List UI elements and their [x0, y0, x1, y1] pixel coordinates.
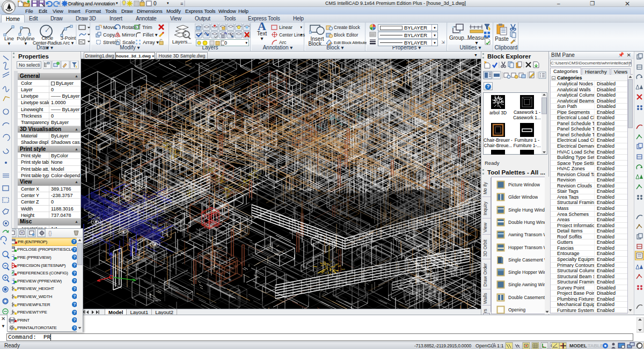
svg-text:{}: {}: [48, 230, 52, 236]
svg-text:1:1: 1:1: [497, 343, 504, 348]
svg-text:0: 0: [153, 1, 157, 6]
